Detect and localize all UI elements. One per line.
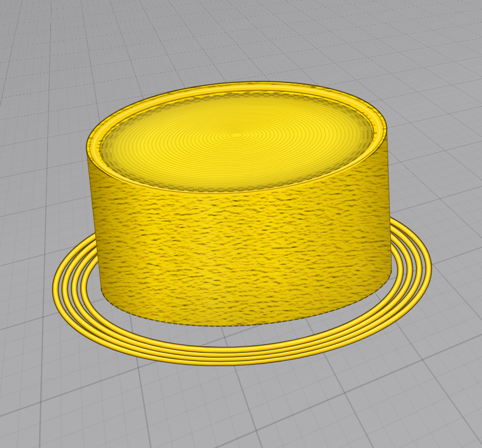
viewport-3d[interactable] [0,0,482,448]
model-canvas [0,0,482,448]
printed-model[interactable] [42,70,434,375]
